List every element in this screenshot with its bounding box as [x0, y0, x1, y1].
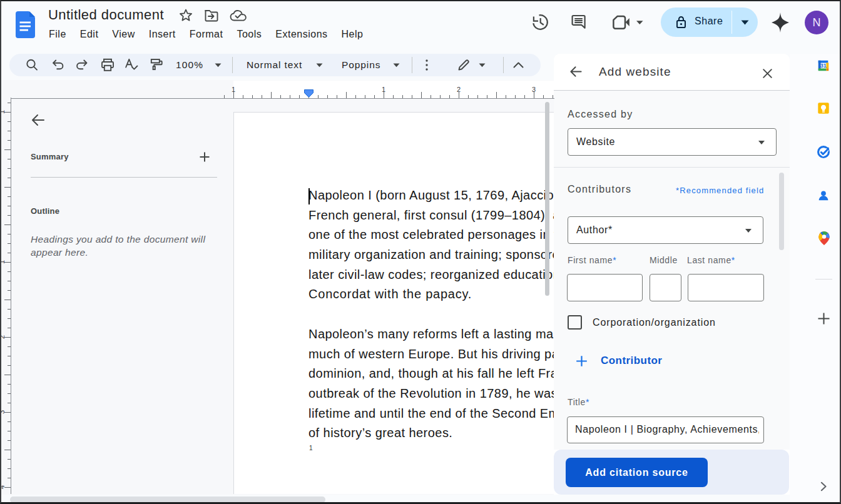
svg-text:31: 31	[820, 63, 827, 69]
